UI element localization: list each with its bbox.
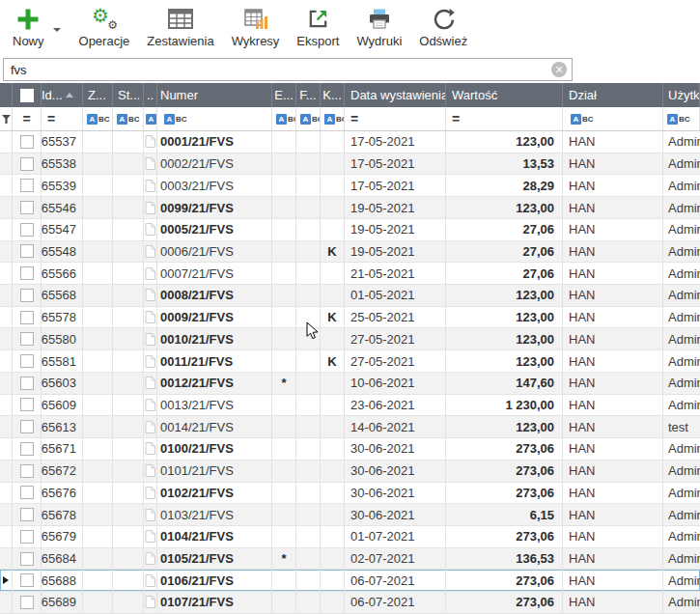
row-checkbox[interactable] [13,460,42,482]
filter-dzial[interactable]: ABC [563,107,663,130]
filter-id[interactable]: = [42,107,83,130]
row-checkbox[interactable] [13,328,42,349]
row-checkbox[interactable] [13,395,42,416]
cell-wartosc: 123,00 [446,307,563,328]
row-checkbox[interactable] [13,350,42,372]
cell-uzytkownik: Admin [663,197,700,218]
export-button[interactable]: Eksport [288,3,348,50]
new-dropdown-caret-icon[interactable] [53,28,61,32]
table-row[interactable]: 65547 0005/21/FVS 19-05-2021 27,06 HAN A… [0,219,700,241]
table-row[interactable]: 65688 0106/21/FVS 06-07-2021 273,06 HAN … [0,570,700,592]
row-checkbox[interactable] [13,592,42,613]
row-indicator [0,416,13,437]
column-header-f[interactable]: F... [296,83,321,107]
cell-k [321,460,345,482]
filter-funnel-icon[interactable] [0,107,13,130]
table-row[interactable]: 65684 0105/21/FVS * 02-07-2021 136,53 HA… [0,548,700,571]
table-row[interactable]: 65679 0104/21/FVS 01-07-2021 273,06 HAN … [0,526,700,548]
filter-f[interactable]: ABC [296,107,321,130]
column-header-doc[interactable]: .. [144,83,157,107]
row-checkbox[interactable] [13,307,42,328]
table-row[interactable]: 65538 0002/21/FVS 17-05-2021 13,53 HAN A… [0,154,700,176]
reports-button[interactable]: Zestawienia [138,3,222,50]
cell-wartosc: 147,60 [446,373,563,394]
row-checkbox[interactable] [13,154,42,175]
refresh-button[interactable]: Odśwież [410,3,476,50]
cell-uzytkownik: Admin [663,219,700,240]
row-checkbox[interactable] [13,241,42,263]
row-checkbox[interactable] [13,373,42,394]
row-checkbox[interactable] [13,219,42,240]
row-checkbox[interactable] [13,175,42,196]
row-checkbox[interactable] [13,197,42,218]
row-checkbox[interactable] [13,285,42,306]
filter-select[interactable]: = [13,107,42,130]
column-header-dzial[interactable]: Dział [563,83,663,107]
abc-filter-icon: ABC [321,114,345,125]
checkbox-icon [20,552,34,566]
row-checkbox[interactable] [13,131,42,153]
cell-z [83,131,113,153]
column-header-z[interactable]: Z... [83,83,113,107]
cell-e [272,438,296,460]
table-row[interactable]: 65566 0007/21/FVS 21-05-2021 27,06 HAN A… [0,263,700,285]
table-row[interactable]: 65539 0003/21/FVS 17-05-2021 28,29 HAN A… [0,175,700,197]
cell-wartosc: 123,00 [446,328,563,349]
filter-wartosc[interactable]: = [446,107,563,130]
table-row[interactable]: 65678 0103/21/FVS 30-06-2021 6,15 HAN Ad… [0,504,700,526]
column-header-id[interactable]: Id... [42,83,83,107]
filter-uzytkownik[interactable]: ABC [663,107,700,130]
row-checkbox[interactable] [13,416,42,437]
table-row[interactable]: 65609 0013/21/FVS 23-06-2021 1 230,00 HA… [0,395,700,417]
filter-st[interactable]: ABC [113,107,144,130]
table-row[interactable]: 65580 0010/21/FVS 27-05-2021 123,00 HAN … [0,328,700,350]
table-row[interactable]: 65537 0001/21/FVS 17-05-2021 123,00 HAN … [0,131,700,154]
column-header-wartosc[interactable]: Wartość [446,83,563,107]
filter-k[interactable]: ABC [321,107,345,130]
table-row[interactable]: 65546 0099/21/FVS 19-05-2021 123,00 HAN … [0,197,700,219]
column-header-uzytkownik[interactable]: Użytkownik [663,83,700,107]
new-button[interactable]: Nowy [4,3,53,50]
filter-doc[interactable]: ABC [144,107,157,130]
operations-button[interactable]: ⚙⚙ Operacje [70,3,139,50]
printouts-button[interactable]: Wydruki [348,3,410,50]
table-row[interactable]: 65581 0011/21/FVS K 27-05-2021 123,00 HA… [0,350,700,373]
search-input[interactable]: fvs ✕ [3,58,573,81]
checkbox-icon [20,157,34,171]
column-header-e[interactable]: E... [272,83,296,107]
row-checkbox[interactable] [13,263,42,284]
row-checkbox[interactable] [13,438,42,460]
column-header-numer[interactable]: Numer [157,83,272,107]
cell-wartosc: 273,06 [446,460,563,482]
filter-e[interactable]: ABC [272,107,296,130]
row-checkbox[interactable] [13,504,42,525]
filter-data[interactable]: = [345,107,446,130]
filter-z[interactable]: ABC [83,107,113,130]
column-header-indicator [0,83,13,107]
table-row[interactable]: 65568 0008/21/FVS 01-05-2021 123,00 HAN … [0,285,700,307]
table-row[interactable]: 65548 0006/21/FVS K 19-05-2021 27,06 HAN… [0,241,700,264]
column-header-k[interactable]: K... [321,83,345,107]
row-checkbox[interactable] [13,570,42,591]
cell-st [113,526,144,547]
cell-z [83,483,113,504]
table-row[interactable]: 65672 0101/21/FVS 30-06-2021 273,06 HAN … [0,460,700,483]
table-row[interactable]: 65671 0100/21/FVS 30-06-2021 273,06 HAN … [0,438,700,460]
document-icon [144,175,157,196]
table-row[interactable]: 65676 0102/21/FVS 30-06-2021 273,06 HAN … [0,483,700,505]
cell-numer: 0007/21/FVS [157,263,272,284]
row-checkbox[interactable] [13,526,42,547]
select-all-checkbox[interactable] [13,83,42,107]
row-checkbox[interactable] [13,483,42,504]
table-row[interactable]: 65613 0014/21/FVS 14-06-2021 123,00 HAN … [0,416,700,438]
close-circle-icon[interactable]: ✕ [551,62,567,77]
charts-button[interactable]: Wykresy [223,3,289,50]
row-indicator [0,570,13,591]
row-checkbox[interactable] [13,548,42,570]
column-header-st[interactable]: St... [113,83,144,107]
filter-numer[interactable]: ABC [157,107,272,130]
column-header-data-wystawienia[interactable]: Data wystawienia [345,83,446,107]
table-row[interactable]: 65603 0012/21/FVS * 10-06-2021 147,60 HA… [0,373,700,395]
table-row[interactable]: 65578 0009/21/FVS K 25-05-2021 123,00 HA… [0,307,700,329]
table-row[interactable]: 65689 0107/21/FVS 06-07-2021 273,06 HAN … [0,592,700,614]
